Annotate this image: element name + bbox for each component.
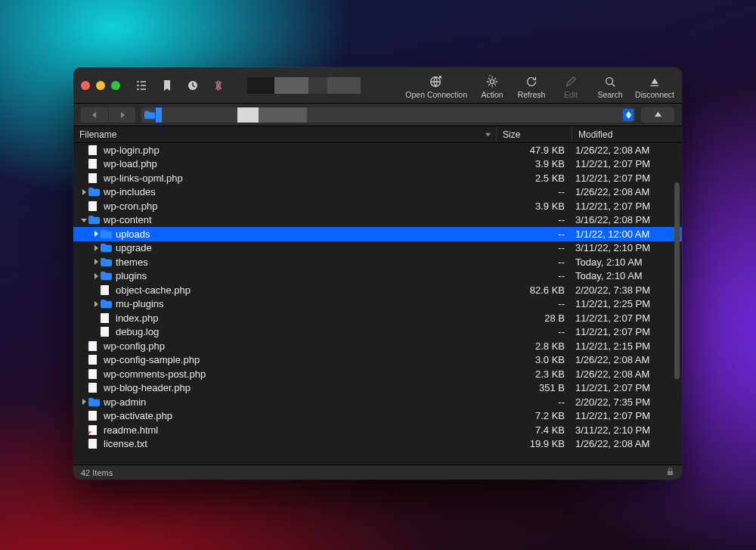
col-filename[interactable]: Filename (73, 126, 497, 142)
scrollbar-thumb[interactable] (674, 182, 680, 379)
history-icon[interactable] (182, 76, 203, 95)
svg-rect-39 (90, 360, 94, 361)
svg-rect-25 (102, 315, 107, 316)
disclosure-triangle[interactable] (91, 273, 101, 279)
file-name: wp-includes (104, 186, 156, 197)
svg-rect-6 (90, 148, 95, 149)
svg-rect-21 (102, 287, 107, 288)
svg-rect-23 (102, 290, 107, 291)
bookmarks-icon[interactable] (156, 76, 178, 95)
file-row[interactable]: readme.html7.4 KB3/11/22, 2:10 PM (73, 423, 682, 437)
file-modified: 11/2/21, 2:07 PM (572, 172, 682, 184)
svg-rect-30 (102, 331, 107, 331)
close-window-button[interactable] (81, 81, 90, 90)
file-row[interactable]: plugins--Today, 2:10 AM (73, 269, 682, 284)
search-button[interactable]: Search (596, 75, 624, 99)
file-list[interactable]: wp-login.php47.9 KB1/26/22, 2:08 AMwp-lo… (73, 143, 682, 465)
svg-rect-51 (90, 416, 94, 417)
file-size: 3.9 KB (497, 200, 572, 212)
file-modified: 1/26/22, 2:08 AM (572, 144, 682, 156)
open-connection-button[interactable]: Open Connection (405, 75, 467, 99)
svg-rect-45 (90, 385, 95, 386)
col-size[interactable]: Size (497, 126, 572, 142)
svg-rect-29 (102, 329, 107, 330)
folder-icon (101, 299, 112, 309)
file-name: upgrade (116, 242, 152, 253)
path-stepper[interactable] (623, 109, 634, 121)
file-row[interactable]: themes--Today, 2:10 AM (73, 255, 682, 269)
file-row[interactable]: wp-includes--1/26/22, 2:08 AM (73, 185, 682, 200)
file-size: 2.3 KB (497, 368, 572, 380)
file-modified: 11/2/21, 2:15 PM (572, 340, 682, 352)
disclosure-triangle[interactable] (79, 399, 88, 405)
file-row[interactable]: wp-content--3/16/22, 2:08 PM (73, 213, 682, 228)
path-bar[interactable] (141, 107, 635, 123)
file-row[interactable]: upgrade--3/11/22, 2:10 PM (73, 241, 682, 256)
action-button[interactable]: Action (478, 75, 507, 99)
folder-icon (101, 257, 112, 267)
svg-rect-43 (90, 374, 94, 374)
file-row[interactable]: wp-cron.php3.9 KB11/2/21, 2:07 PM (73, 199, 682, 213)
file-row[interactable]: wp-blog-header.php351 B11/2/21, 2:07 PM (73, 381, 682, 396)
file-name: wp-config.php (104, 340, 165, 352)
svg-point-3 (606, 77, 613, 84)
file-icon (88, 341, 100, 351)
bonjour-icon[interactable] (208, 76, 229, 95)
minimize-window-button[interactable] (96, 81, 105, 90)
svg-rect-13 (90, 176, 95, 176)
file-row[interactable]: debug.log--11/2/21, 2:07 PM (73, 325, 682, 340)
file-name: uploads (116, 228, 150, 240)
file-modified: 3/16/22, 2:08 PM (572, 214, 682, 225)
file-icon (88, 145, 100, 155)
disconnect-button[interactable]: Disconnect (635, 75, 674, 99)
disclosure-triangle[interactable] (91, 231, 101, 237)
forward-button[interactable] (108, 107, 135, 123)
file-icon (88, 201, 100, 211)
file-row[interactable]: index.php28 B11/2/21, 2:07 PM (73, 311, 682, 325)
file-size: -- (497, 270, 572, 281)
file-modified: 2/20/22, 7:35 PM (572, 396, 682, 408)
file-icon (101, 285, 112, 295)
zoom-window-button[interactable] (111, 81, 120, 90)
back-button[interactable] (81, 107, 108, 123)
file-row[interactable]: wp-load.php3.9 KB11/2/21, 2:07 PM (73, 157, 682, 172)
file-icon (88, 159, 100, 169)
svg-point-2 (490, 79, 494, 83)
file-row[interactable]: wp-links-opml.php2.5 KB11/2/21, 2:07 PM (73, 171, 682, 185)
svg-rect-55 (90, 443, 95, 443)
svg-rect-33 (90, 343, 95, 344)
svg-rect-35 (90, 346, 94, 346)
file-name: object-cache.php (116, 284, 191, 296)
folder-icon (88, 215, 100, 225)
col-modified[interactable]: Modified (572, 126, 682, 142)
file-row[interactable]: wp-config.php2.8 KB11/2/21, 2:15 PM (73, 339, 682, 353)
file-icon (88, 173, 100, 183)
disclosure-triangle[interactable] (91, 301, 101, 307)
refresh-button[interactable]: Refresh (517, 75, 546, 99)
file-row[interactable]: wp-login.php47.9 KB1/26/22, 2:08 AM (73, 143, 682, 157)
file-row[interactable]: object-cache.php82.6 KB2/20/22, 7:38 PM (73, 283, 682, 297)
scrollbar[interactable] (674, 182, 680, 463)
disclosure-triangle[interactable] (79, 217, 88, 223)
file-modified: 11/2/21, 2:25 PM (572, 298, 682, 309)
titlebar: Open Connection Action Refresh Edit Sear… (73, 67, 682, 104)
svg-rect-5 (90, 148, 95, 148)
disclosure-triangle[interactable] (79, 189, 88, 195)
file-row[interactable]: license.txt19.9 KB1/26/22, 2:08 AM (73, 437, 682, 452)
file-size: -- (497, 186, 572, 197)
file-row[interactable]: uploads--1/1/22, 12:00 AM (73, 227, 682, 241)
file-modified: 11/2/21, 2:07 PM (572, 382, 682, 393)
folder-icon (144, 110, 155, 120)
file-row[interactable]: wp-config-sample.php3.0 KB1/26/22, 2:08 … (73, 353, 682, 368)
file-row[interactable]: wp-admin--2/20/22, 7:35 PM (73, 395, 682, 409)
edit-button[interactable]: Edit (556, 75, 585, 99)
item-count: 42 Items (81, 468, 113, 477)
file-row[interactable]: wp-activate.php7.2 KB11/2/21, 2:07 PM (73, 409, 682, 424)
disclosure-triangle[interactable] (91, 245, 101, 251)
file-size: 47.9 KB (497, 144, 572, 156)
file-row[interactable]: mu-plugins--11/2/21, 2:25 PM (73, 297, 682, 312)
outline-view-icon[interactable] (131, 76, 152, 95)
file-row[interactable]: wp-comments-post.php2.3 KB1/26/22, 2:08 … (73, 367, 682, 381)
disclosure-triangle[interactable] (91, 259, 101, 265)
go-up-button[interactable] (641, 107, 674, 123)
